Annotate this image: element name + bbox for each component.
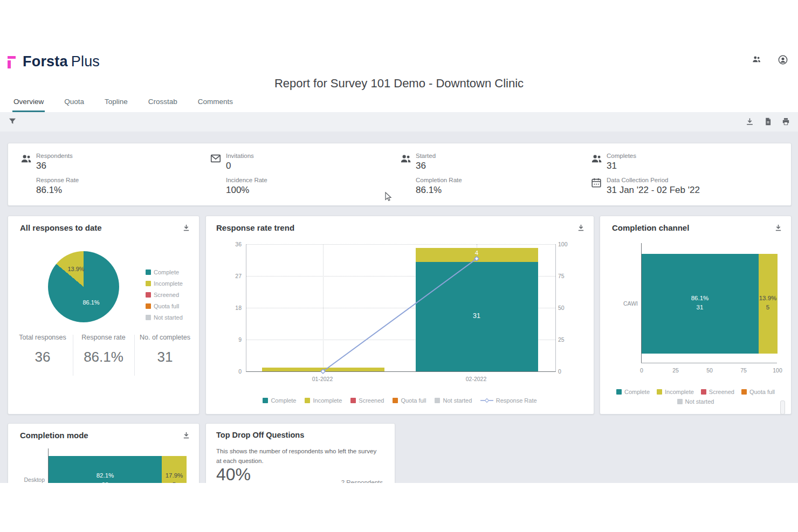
- mode-bar-labels-complete: 82.1%23: [97, 471, 114, 483]
- y-axis-tick-right: 25: [558, 336, 574, 343]
- stat-label: Response Rate: [36, 177, 79, 183]
- download-chart-icon[interactable]: [577, 224, 585, 234]
- legend-item-screened[interactable]: Screened: [146, 289, 183, 299]
- all-responses-card: All responses to date 13.9% 86.1% Comple…: [8, 216, 200, 414]
- stat-value: 86.1%: [416, 185, 462, 196]
- tab-crosstab[interactable]: Crosstab: [147, 96, 178, 112]
- response-rate-trend-card: Response rate trend 4 31: [205, 216, 594, 414]
- completion-mode-card: Completion mode 82.1%23 17.9%5 Desktop: [8, 423, 200, 483]
- report-tabs: Overview Quota Topline Crosstab Comments: [12, 96, 234, 112]
- pie-slice-label-complete: 86.1%: [82, 299, 99, 306]
- legend-item-quota-full[interactable]: Quota full: [146, 301, 183, 310]
- stat-label: Data Collection Period: [607, 177, 700, 183]
- stat-started: Started 36 Completion Rate 86.1%: [400, 143, 588, 205]
- trend-plot-area: 4 31: [246, 244, 556, 372]
- channel-legend-row2: Not started: [600, 396, 791, 406]
- page-title: Report for Survey 101 Demo - Downtown Cl…: [0, 77, 798, 91]
- channel-bar-cawi[interactable]: [642, 254, 778, 354]
- y-axis-tick: 18: [225, 305, 242, 311]
- line-marker-icon: [480, 398, 493, 403]
- stat-value: 86.1%: [36, 185, 79, 196]
- y-axis-tick-right: 50: [558, 305, 574, 311]
- legend-swatch: [146, 292, 151, 298]
- filter-toolbar: [0, 112, 798, 132]
- legend-item-incomplete[interactable]: Incomplete: [146, 278, 183, 288]
- legend-swatch: [393, 398, 398, 403]
- tab-overview[interactable]: Overview: [12, 96, 45, 112]
- download-icon[interactable]: [745, 117, 754, 126]
- legend-swatch: [741, 389, 747, 395]
- y-axis-tick: 0: [225, 368, 242, 375]
- tab-topline[interactable]: Topline: [104, 96, 129, 112]
- download-chart-icon[interactable]: [182, 431, 190, 441]
- card-title: All responses to date: [20, 223, 102, 232]
- tab-comments[interactable]: Comments: [197, 96, 234, 112]
- legend-item-quota-full[interactable]: Quota full: [741, 386, 775, 396]
- legend-item-screened[interactable]: Screened: [701, 386, 734, 396]
- completion-channel-card: Completion channel 86.1%31 13.9%5 CAWI 0…: [600, 216, 792, 414]
- completes-stat: No. of completes31: [135, 334, 195, 365]
- legend-item-complete[interactable]: Complete: [146, 267, 183, 277]
- y-axis-tick-right: 100: [558, 241, 574, 247]
- stat-value: 31: [607, 161, 636, 171]
- printer-icon[interactable]: [781, 117, 790, 126]
- trend-legend: Complete Incomplete Screened Quota full …: [206, 395, 594, 405]
- forsta-logo: ForstaPlus: [8, 53, 100, 70]
- stat-label: Completes: [607, 153, 636, 159]
- legend-item-not-started[interactable]: Not started: [435, 395, 472, 405]
- top-dropoff-card: Top Drop Off Questions This shows the nu…: [205, 423, 395, 483]
- mode-bar-labels-incomplete: 17.9%5: [166, 471, 183, 483]
- legend-swatch: [146, 303, 151, 309]
- x-axis-label: 02-2022: [466, 376, 487, 382]
- legend-item-complete[interactable]: Complete: [263, 395, 296, 405]
- legend-swatch: [677, 399, 683, 404]
- legend-item-quota-full[interactable]: Quota full: [393, 395, 426, 405]
- legend-item-not-started[interactable]: Not started: [677, 396, 714, 406]
- stat-label: Invitations: [226, 153, 254, 159]
- y-axis-tick: 9: [225, 336, 242, 343]
- x-axis-tick: 100: [773, 367, 782, 374]
- tab-quota[interactable]: Quota: [63, 96, 85, 112]
- legend-item-screened[interactable]: Screened: [350, 395, 384, 405]
- filter-funnel-icon[interactable]: [8, 117, 17, 126]
- legend-item-complete[interactable]: Complete: [616, 386, 650, 396]
- stat-value: 100%: [226, 185, 267, 196]
- legend-swatch: [305, 398, 310, 403]
- card-title: Completion mode: [20, 431, 88, 440]
- legend-item-not-started[interactable]: Not started: [146, 312, 183, 322]
- stat-value: 36: [36, 161, 73, 171]
- people-icon: [20, 153, 36, 171]
- stat-invitations: Invitations 0 Incidence Rate 100%: [210, 143, 398, 205]
- download-chart-icon[interactable]: [774, 224, 782, 234]
- people-icon: [590, 153, 607, 171]
- pie-slice-label-incomplete: 13.9%: [67, 266, 84, 272]
- users-icon[interactable]: [752, 54, 761, 65]
- pdf-export-icon[interactable]: [763, 117, 773, 126]
- stat-label: Started: [416, 153, 436, 159]
- envelope-icon: [210, 153, 226, 171]
- stat-value: 0: [226, 161, 254, 171]
- scrollbar-thumb[interactable]: [780, 400, 785, 414]
- card-title: Top Drop Off Questions: [216, 431, 304, 439]
- account-icon[interactable]: [778, 54, 788, 65]
- legend-swatch: [350, 398, 356, 403]
- download-chart-icon[interactable]: [182, 224, 190, 234]
- legend-swatch: [616, 389, 622, 395]
- legend-swatch: [146, 281, 151, 286]
- x-axis-tick: 25: [672, 367, 679, 374]
- card-title: Response rate trend: [216, 223, 294, 232]
- legend-item-incomplete[interactable]: Incomplete: [305, 395, 342, 405]
- pie-chart[interactable]: [48, 251, 119, 322]
- stat-label: Completion Rate: [416, 177, 462, 183]
- people-icon: [400, 153, 416, 171]
- y-axis-tick: 36: [225, 241, 242, 247]
- total-responses-stat: Total responses36: [12, 334, 73, 365]
- legend-swatch: [657, 389, 662, 395]
- x-axis-tick: 50: [706, 367, 713, 374]
- channel-bar-labels-complete: 86.1%31: [691, 294, 709, 312]
- stat-label: Respondents: [36, 153, 73, 159]
- response-rate-stat: Response rate86.1%: [73, 334, 134, 365]
- legend-item-incomplete[interactable]: Incomplete: [657, 386, 694, 396]
- legend-item-response-rate[interactable]: Response Rate: [480, 395, 536, 405]
- calendar-icon: [590, 177, 607, 196]
